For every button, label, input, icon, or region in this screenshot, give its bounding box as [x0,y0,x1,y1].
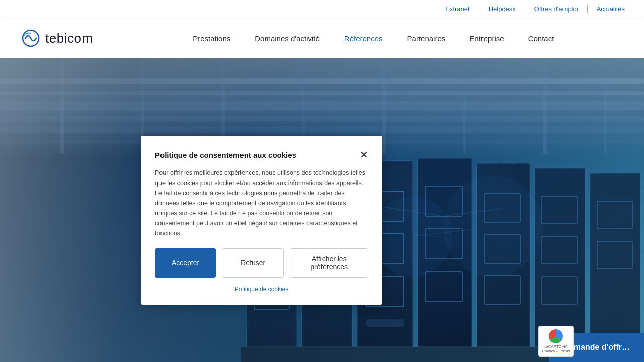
hero-section: Politique de consentement aux cookies ✕ … [0,58,644,362]
cookie-header: Politique de consentement aux cookies ✕ [155,150,368,160]
cookie-policy-link[interactable]: Politique de cookies [155,286,368,293]
nav-contact[interactable]: Contact [516,34,567,43]
top-bar: Extranet Helpdesk Offres d'emploi Actual… [0,0,644,18]
logo-text: tebicom [45,31,93,46]
logo-icon [20,29,41,47]
logo[interactable]: tebicom [20,29,93,47]
cookie-buttons: Accepter Refuser Afficher les préférence… [155,248,368,278]
cookie-accept-button[interactable]: Accepter [155,248,216,278]
cookie-refuse-button[interactable]: Refuser [222,248,284,278]
nav-prestations[interactable]: Prestations [181,34,243,43]
cookie-dialog: Politique de consentement aux cookies ✕ … [141,136,382,305]
top-bar-extranet[interactable]: Extranet [436,5,478,13]
top-bar-helpdesk[interactable]: Helpdesk [479,5,525,13]
nav-partenaires[interactable]: Partenaires [395,34,458,43]
main-nav: Prestations Domaines d'activité Référenc… [123,34,624,43]
cookie-prefs-button[interactable]: Afficher les préférences [290,248,368,278]
nav-references[interactable]: Références [332,34,395,43]
top-bar-links: Extranet Helpdesk Offres d'emploi Actual… [436,5,634,13]
cookie-overlay: Politique de consentement aux cookies ✕ … [0,58,644,362]
cookie-body-text: Pour offrir les meilleures expériences, … [155,168,368,238]
top-bar-actualites[interactable]: Actualités [588,5,634,13]
cookie-title: Politique de consentement aux cookies [155,151,296,159]
main-header: tebicom Prestations Domaines d'activité … [0,18,644,58]
nav-domaines[interactable]: Domaines d'activité [243,34,332,43]
nav-entreprise[interactable]: Entreprise [457,34,516,43]
top-bar-offres[interactable]: Offres d'emploi [525,5,587,13]
cookie-close-button[interactable]: ✕ [360,150,368,160]
